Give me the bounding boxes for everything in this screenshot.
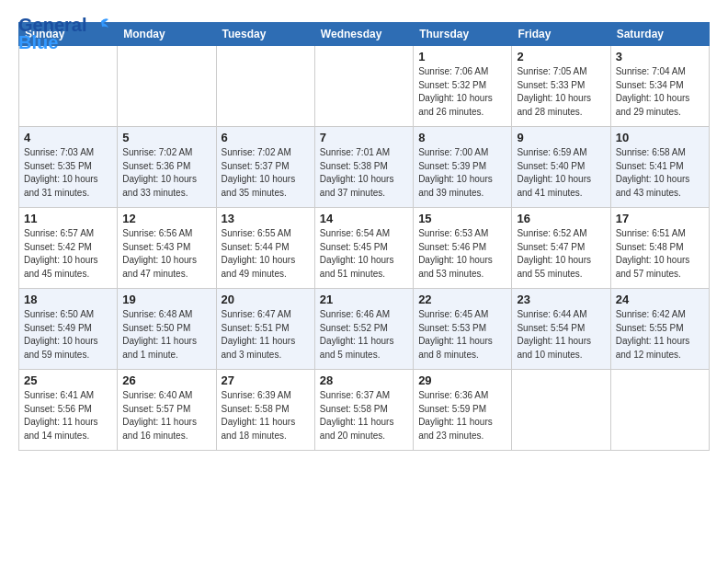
calendar-cell: 29Sunrise: 6:36 AM Sunset: 5:59 PM Dayli…: [414, 370, 512, 451]
calendar-cell: 8Sunrise: 7:00 AM Sunset: 5:39 PM Daylig…: [414, 127, 512, 208]
calendar-cell: 13Sunrise: 6:55 AM Sunset: 5:44 PM Dayli…: [216, 208, 314, 289]
day-info: Sunrise: 7:06 AM Sunset: 5:32 PM Dayligh…: [418, 65, 506, 119]
day-info: Sunrise: 6:55 AM Sunset: 5:44 PM Dayligh…: [222, 227, 310, 281]
day-info: Sunrise: 6:59 AM Sunset: 5:40 PM Dayligh…: [517, 146, 605, 200]
day-info: Sunrise: 6:47 AM Sunset: 5:51 PM Dayligh…: [222, 308, 310, 362]
day-info: Sunrise: 6:51 AM Sunset: 5:48 PM Dayligh…: [616, 227, 704, 281]
calendar-cell: [118, 46, 216, 127]
day-number: 6: [222, 131, 310, 144]
calendar-cell: 19Sunrise: 6:48 AM Sunset: 5:50 PM Dayli…: [118, 289, 216, 370]
day-number: 19: [122, 293, 210, 306]
logo: General Blue: [18, 15, 108, 53]
calendar-cell: 26Sunrise: 6:40 AM Sunset: 5:57 PM Dayli…: [118, 370, 216, 451]
calendar-cell: 7Sunrise: 7:01 AM Sunset: 5:38 PM Daylig…: [314, 127, 413, 208]
day-info: Sunrise: 6:41 AM Sunset: 5:56 PM Dayligh…: [24, 389, 112, 442]
calendar-cell: 9Sunrise: 6:59 AM Sunset: 5:40 PM Daylig…: [512, 127, 610, 208]
weekday-header-thursday: Thursday: [414, 23, 512, 46]
day-info: Sunrise: 6:45 AM Sunset: 5:53 PM Dayligh…: [418, 308, 506, 362]
day-info: Sunrise: 6:46 AM Sunset: 5:52 PM Dayligh…: [320, 308, 408, 362]
day-info: Sunrise: 6:53 AM Sunset: 5:46 PM Dayligh…: [418, 227, 506, 281]
calendar-cell: 22Sunrise: 6:45 AM Sunset: 5:53 PM Dayli…: [414, 289, 512, 370]
calendar-week-row: 1Sunrise: 7:06 AM Sunset: 5:32 PM Daylig…: [19, 46, 710, 127]
day-info: Sunrise: 7:02 AM Sunset: 5:37 PM Dayligh…: [222, 146, 310, 200]
day-number: 14: [320, 212, 408, 225]
day-info: Sunrise: 6:56 AM Sunset: 5:43 PM Dayligh…: [122, 227, 210, 281]
calendar-cell: [512, 370, 610, 451]
day-info: Sunrise: 7:04 AM Sunset: 5:34 PM Dayligh…: [616, 65, 704, 119]
calendar-cell: 11Sunrise: 6:57 AM Sunset: 5:42 PM Dayli…: [19, 208, 118, 289]
day-info: Sunrise: 7:05 AM Sunset: 5:33 PM Dayligh…: [517, 65, 605, 119]
calendar-cell: 21Sunrise: 6:46 AM Sunset: 5:52 PM Dayli…: [314, 289, 413, 370]
day-info: Sunrise: 6:48 AM Sunset: 5:50 PM Dayligh…: [122, 308, 210, 362]
day-info: Sunrise: 7:01 AM Sunset: 5:38 PM Dayligh…: [320, 146, 408, 200]
day-info: Sunrise: 6:44 AM Sunset: 5:54 PM Dayligh…: [517, 308, 605, 362]
calendar-cell: 4Sunrise: 7:03 AM Sunset: 5:35 PM Daylig…: [19, 127, 118, 208]
calendar-cell: 25Sunrise: 6:41 AM Sunset: 5:56 PM Dayli…: [19, 370, 118, 451]
calendar-cell: [314, 46, 413, 127]
day-number: 27: [222, 373, 310, 387]
calendar-cell: [610, 370, 709, 451]
day-info: Sunrise: 6:37 AM Sunset: 5:58 PM Dayligh…: [320, 389, 408, 442]
calendar-cell: 12Sunrise: 6:56 AM Sunset: 5:43 PM Dayli…: [118, 208, 216, 289]
day-number: 24: [616, 293, 704, 306]
calendar-cell: 18Sunrise: 6:50 AM Sunset: 5:49 PM Dayli…: [19, 289, 118, 370]
day-info: Sunrise: 6:40 AM Sunset: 5:57 PM Dayligh…: [122, 389, 210, 442]
day-info: Sunrise: 6:50 AM Sunset: 5:49 PM Dayligh…: [24, 308, 112, 362]
calendar-cell: 23Sunrise: 6:44 AM Sunset: 5:54 PM Dayli…: [512, 289, 610, 370]
logo-bird-icon: [88, 16, 108, 36]
calendar-cell: [216, 46, 314, 127]
calendar-cell: 17Sunrise: 6:51 AM Sunset: 5:48 PM Dayli…: [610, 208, 709, 289]
calendar-week-row: 4Sunrise: 7:03 AM Sunset: 5:35 PM Daylig…: [19, 127, 710, 208]
day-number: 26: [122, 373, 210, 387]
day-number: 16: [517, 212, 605, 225]
calendar-week-row: 25Sunrise: 6:41 AM Sunset: 5:56 PM Dayli…: [19, 370, 710, 451]
calendar-cell: 28Sunrise: 6:37 AM Sunset: 5:58 PM Dayli…: [314, 370, 413, 451]
day-info: Sunrise: 6:42 AM Sunset: 5:55 PM Dayligh…: [616, 308, 704, 362]
day-number: 18: [24, 293, 112, 306]
day-number: 25: [24, 373, 112, 387]
day-number: 17: [616, 212, 704, 225]
calendar-cell: 24Sunrise: 6:42 AM Sunset: 5:55 PM Dayli…: [610, 289, 709, 370]
calendar-cell: [19, 46, 118, 127]
calendar-cell: 6Sunrise: 7:02 AM Sunset: 5:37 PM Daylig…: [216, 127, 314, 208]
day-info: Sunrise: 6:39 AM Sunset: 5:58 PM Dayligh…: [222, 389, 310, 442]
calendar-week-row: 18Sunrise: 6:50 AM Sunset: 5:49 PM Dayli…: [19, 289, 710, 370]
day-number: 10: [616, 131, 704, 144]
day-info: Sunrise: 7:00 AM Sunset: 5:39 PM Dayligh…: [418, 146, 506, 200]
day-number: 7: [320, 131, 408, 144]
calendar-table: SundayMondayTuesdayWednesdayThursdayFrid…: [18, 22, 710, 451]
calendar-cell: 5Sunrise: 7:02 AM Sunset: 5:36 PM Daylig…: [118, 127, 216, 208]
weekday-header-saturday: Saturday: [610, 23, 709, 46]
day-number: 23: [517, 293, 605, 306]
day-number: 22: [418, 293, 506, 306]
weekday-header-tuesday: Tuesday: [216, 23, 314, 46]
day-number: 21: [320, 293, 408, 306]
day-number: 5: [122, 131, 210, 144]
day-number: 12: [122, 212, 210, 225]
calendar-cell: 10Sunrise: 6:58 AM Sunset: 5:41 PM Dayli…: [610, 127, 709, 208]
day-number: 9: [517, 131, 605, 144]
day-number: 15: [418, 212, 506, 225]
weekday-header-monday: Monday: [118, 23, 216, 46]
day-number: 20: [222, 293, 310, 306]
calendar-cell: 1Sunrise: 7:06 AM Sunset: 5:32 PM Daylig…: [414, 46, 512, 127]
weekday-header-friday: Friday: [512, 23, 610, 46]
day-number: 2: [517, 50, 605, 63]
weekday-header-wednesday: Wednesday: [314, 23, 413, 46]
day-info: Sunrise: 6:52 AM Sunset: 5:47 PM Dayligh…: [517, 227, 605, 281]
day-number: 4: [24, 131, 112, 144]
day-info: Sunrise: 6:36 AM Sunset: 5:59 PM Dayligh…: [418, 389, 506, 442]
calendar-cell: 3Sunrise: 7:04 AM Sunset: 5:34 PM Daylig…: [610, 46, 709, 127]
day-number: 1: [418, 50, 506, 63]
day-info: Sunrise: 6:54 AM Sunset: 5:45 PM Dayligh…: [320, 227, 408, 281]
day-number: 8: [418, 131, 506, 144]
calendar-cell: 16Sunrise: 6:52 AM Sunset: 5:47 PM Dayli…: [512, 208, 610, 289]
day-info: Sunrise: 7:02 AM Sunset: 5:36 PM Dayligh…: [122, 146, 210, 200]
calendar-cell: 27Sunrise: 6:39 AM Sunset: 5:58 PM Dayli…: [216, 370, 314, 451]
day-number: 13: [222, 212, 310, 225]
day-number: 28: [320, 373, 408, 387]
calendar-week-row: 11Sunrise: 6:57 AM Sunset: 5:42 PM Dayli…: [19, 208, 710, 289]
weekday-header-row: SundayMondayTuesdayWednesdayThursdayFrid…: [19, 23, 710, 46]
calendar-cell: 2Sunrise: 7:05 AM Sunset: 5:33 PM Daylig…: [512, 46, 610, 127]
day-number: 11: [24, 212, 112, 225]
